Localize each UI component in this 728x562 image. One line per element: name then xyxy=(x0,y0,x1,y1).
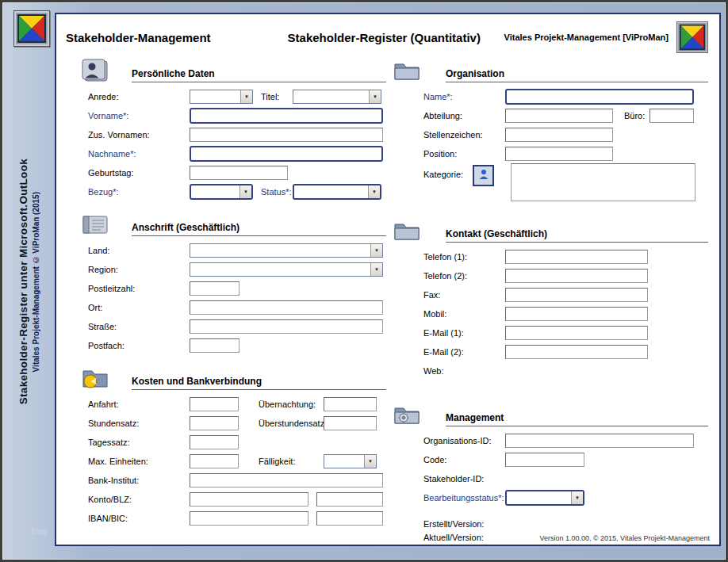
konto-input[interactable] xyxy=(190,492,308,507)
tagessatz-input[interactable] xyxy=(190,435,239,449)
email1-label: E-Mail (1): xyxy=(423,328,505,338)
chevron-down-icon[interactable]: ▼ xyxy=(571,491,583,504)
position-input[interactable] xyxy=(505,147,613,161)
anrede-label: Anrede: xyxy=(88,92,190,101)
titel-select[interactable]: ▼ xyxy=(293,90,381,104)
geburtstag-label: Geburtstag: xyxy=(88,168,190,178)
organisations-id-input[interactable] xyxy=(505,434,694,448)
bank-institut-input[interactable] xyxy=(190,473,383,487)
bic-input[interactable] xyxy=(316,511,383,526)
position-label: Position: xyxy=(423,149,505,159)
postleitzahl-label: Postleitzahl: xyxy=(88,284,190,293)
section-title: Anschrift (Geschäftlich) xyxy=(132,222,386,236)
ueberstundensatz-input[interactable] xyxy=(324,416,377,430)
chevron-down-icon[interactable]: ▼ xyxy=(369,90,381,103)
chevron-down-icon[interactable]: ▼ xyxy=(239,185,251,198)
land-label: Land: xyxy=(88,246,190,255)
faelligkeit-label: Fälligkeit: xyxy=(259,457,324,466)
tagessatz-label: Tagessatz: xyxy=(88,438,190,447)
email1-input[interactable] xyxy=(505,326,648,340)
mobil-input[interactable] xyxy=(505,307,648,321)
kategorie-textarea[interactable] xyxy=(511,163,695,201)
application-window: Stakeholder-Register unter Microsoft.Out… xyxy=(0,0,728,562)
blz-input[interactable] xyxy=(316,492,383,507)
zus-vornamen-label: Zus. Vornamen: xyxy=(88,130,190,140)
telefon1-input[interactable] xyxy=(505,250,648,264)
sidebar-vertical-title: Stakeholder-Register unter Microsoft.Out… xyxy=(7,55,50,509)
chevron-down-icon[interactable]: ▼ xyxy=(240,90,252,103)
fax-input[interactable] xyxy=(505,288,648,302)
strasse-input[interactable] xyxy=(190,319,383,334)
telefon1-label: Telefon (1): xyxy=(423,252,505,262)
chevron-down-icon[interactable]: ▼ xyxy=(368,185,380,198)
abteilung-input[interactable] xyxy=(505,109,613,123)
address-card-icon xyxy=(80,212,110,236)
telefon2-input[interactable] xyxy=(505,269,648,283)
chevron-down-icon[interactable]: ▼ xyxy=(370,263,382,276)
sidebar-title-line2: Vitales Projekt-Management © ViProMan (2… xyxy=(32,192,40,372)
bearbeitungsstatus-select[interactable]: ▼ xyxy=(505,490,584,506)
version-text: Version 1.00.00, © 2015, Vitales Projekt… xyxy=(539,534,710,542)
section-title: Kosten und Bankverbindung xyxy=(132,376,386,390)
vorname-label: Vorname*: xyxy=(88,111,190,120)
stundensatz-input[interactable] xyxy=(190,416,239,430)
page-title-left: Stakeholder-Management xyxy=(66,31,264,44)
bearbeitungsstatus-label: Bearbeitungsstatus*: xyxy=(423,493,505,503)
stellenzeichen-input[interactable] xyxy=(505,128,613,142)
page-title-right: Vitales Projekt-Management [ViProMan] xyxy=(504,32,669,42)
name-input[interactable] xyxy=(505,89,694,105)
section-title: Management xyxy=(446,412,708,426)
bank-institut-label: Bank-Institut: xyxy=(88,476,190,485)
geburtstag-input[interactable] xyxy=(190,166,288,180)
mobil-label: Mobil: xyxy=(423,309,505,319)
sidebar: Stakeholder-Register unter Microsoft.Out… xyxy=(2,2,55,560)
fax-label: Fax: xyxy=(423,290,505,300)
anfahrt-input[interactable] xyxy=(190,397,239,411)
section-management: Management Organisations-ID: Code: Stake… xyxy=(386,401,708,544)
buero-label: Büro: xyxy=(624,111,649,120)
bezug-label: Bezug*: xyxy=(88,187,190,197)
email2-label: E-Mail (2): xyxy=(423,347,505,357)
postleitzahl-input[interactable] xyxy=(190,281,239,296)
postfach-input[interactable] xyxy=(190,338,239,353)
telefon2-label: Telefon (2): xyxy=(423,271,505,281)
sidebar-title-line1: Stakeholder-Register unter Microsoft.Out… xyxy=(17,159,29,404)
uebernachtung-label: Übernachtung: xyxy=(259,400,324,409)
folder-icon xyxy=(392,219,422,243)
section-anschrift: Anschrift (Geschäftlich) Land: ▼ Region:… xyxy=(66,211,386,355)
uebernachtung-input[interactable] xyxy=(324,397,377,411)
anfahrt-label: Anfahrt: xyxy=(88,400,190,409)
land-select[interactable]: ▼ xyxy=(190,243,383,258)
organisations-id-label: Organisations-ID: xyxy=(423,436,505,445)
form-header: Stakeholder-Management Stakeholder-Regis… xyxy=(66,19,708,55)
code-input[interactable] xyxy=(505,453,584,467)
bezug-select[interactable]: ▼ xyxy=(190,184,253,200)
anrede-select[interactable]: ▼ xyxy=(190,90,253,104)
max-einheiten-input[interactable] xyxy=(190,454,239,468)
chevron-down-icon[interactable]: ▼ xyxy=(370,244,382,257)
iban-input[interactable] xyxy=(190,511,308,526)
kategorie-button[interactable] xyxy=(473,165,494,186)
abteilung-label: Abteilung: xyxy=(423,111,505,120)
section-kosten: Kosten und Bankverbindung Anfahrt: Übern… xyxy=(66,365,386,528)
person-bust-icon xyxy=(80,59,110,82)
ueberstundensatz-label: Überstundensatz: xyxy=(259,419,324,428)
section-organisation: Organisation Name*: Abteilung: Büro: Ste… xyxy=(386,57,708,208)
chevron-down-icon[interactable]: ▼ xyxy=(364,455,376,468)
region-select[interactable]: ▼ xyxy=(190,262,383,277)
name-label: Name*: xyxy=(423,92,505,101)
status-select[interactable]: ▼ xyxy=(293,184,381,200)
section-persoenliche-daten: Persönliche Daten Anrede: ▼ Titel: ▼ Vor… xyxy=(66,57,386,201)
postfach-label: Postfach: xyxy=(88,341,190,350)
zus-vornamen-input[interactable] xyxy=(190,128,383,142)
ort-input[interactable] xyxy=(190,300,383,315)
ort-label: Ort: xyxy=(88,303,190,312)
nachname-input[interactable] xyxy=(190,146,383,162)
buero-input[interactable] xyxy=(649,109,694,123)
kategorie-label: Kategorie: xyxy=(423,163,473,179)
section-title: Kontakt (Geschäftlich) xyxy=(446,228,708,243)
blog-link[interactable]: Blog xyxy=(31,527,47,536)
faelligkeit-select[interactable]: ▼ xyxy=(324,454,377,468)
email2-input[interactable] xyxy=(505,345,648,359)
vorname-input[interactable] xyxy=(190,108,383,124)
